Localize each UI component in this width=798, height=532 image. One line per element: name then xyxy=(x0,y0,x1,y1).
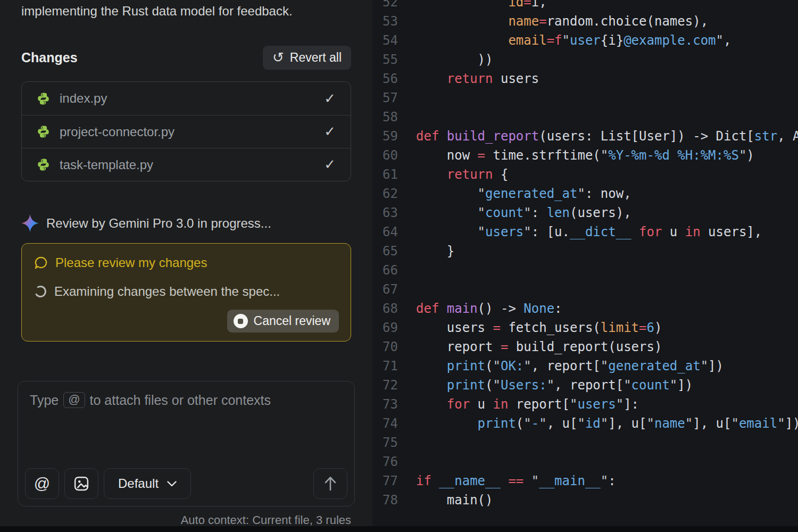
code-line[interactable]: 52 id=i, xyxy=(372,0,798,12)
attach-context-button[interactable]: @ xyxy=(25,468,59,499)
file-row[interactable]: index.py✓ xyxy=(22,82,351,115)
line-number: 77 xyxy=(372,471,398,491)
line-number: 66 xyxy=(372,261,398,280)
code-line[interactable]: 65 } xyxy=(372,242,798,261)
code-line[interactable]: 66 xyxy=(372,261,798,280)
code-text: )) xyxy=(416,50,493,69)
code-line[interactable]: 53 name=random.choice(names), xyxy=(372,12,798,31)
cancel-review-button[interactable]: Cancel review xyxy=(227,310,339,332)
code-line[interactable]: 77if __name__ == "__main__": xyxy=(372,471,798,491)
review-status-row: Review by Gemini Pro 3.0 in progress... xyxy=(21,214,351,232)
code-line[interactable]: 68def main() -> None: xyxy=(372,299,798,318)
send-button[interactable] xyxy=(313,468,347,499)
at-key-chip: @ xyxy=(63,392,85,408)
code-text: "generated_at": now, xyxy=(416,184,631,203)
auto-context-text: Auto context: Current file, 3 rules xyxy=(21,513,351,527)
line-number: 57 xyxy=(372,88,398,107)
image-icon xyxy=(73,476,89,492)
code-text: users = fetch_users(limit=6) xyxy=(416,318,662,337)
code-text: name=random.choice(names), xyxy=(416,12,708,31)
assistant-message-text: implementing the Rust data model for fee… xyxy=(21,0,351,19)
message-composer[interactable]: Type @ to attach files or other contexts… xyxy=(18,381,355,506)
line-number: 71 xyxy=(372,356,398,376)
code-line[interactable]: 69 users = fetch_users(limit=6) xyxy=(372,318,798,337)
gemini-sparkle-icon xyxy=(21,214,39,232)
line-number: 67 xyxy=(372,280,398,299)
code-line[interactable]: 74 print("-", u["id"], u["name"], u["ema… xyxy=(372,414,798,433)
code-line[interactable]: 60 now = time.strftime("%Y-%m-%d %H:%M:%… xyxy=(372,146,798,165)
chevron-down-icon xyxy=(167,481,177,487)
revert-all-button[interactable]: ↺ Revert all xyxy=(263,46,351,70)
code-text: def main() -> None: xyxy=(416,299,562,318)
stop-icon xyxy=(234,314,248,328)
check-icon: ✓ xyxy=(324,90,336,107)
line-number: 73 xyxy=(372,395,398,414)
window-bottom-edge xyxy=(0,526,798,532)
file-row[interactable]: task-template.py✓ xyxy=(22,148,351,181)
line-number: 55 xyxy=(372,50,398,69)
review-progress-text: Examining changes between the spec... xyxy=(54,284,280,299)
code-line[interactable]: 78 main() xyxy=(372,491,798,510)
revert-all-label: Revert all xyxy=(290,51,342,65)
line-number: 69 xyxy=(372,318,398,337)
code-line[interactable]: 72 print("Users:", report["count"]) xyxy=(372,376,798,395)
line-number: 74 xyxy=(372,414,398,433)
line-number: 58 xyxy=(372,107,398,127)
code-line[interactable]: 61 return { xyxy=(372,165,798,184)
code-text: "count": len(users), xyxy=(416,203,631,222)
placeholder-suffix: to attach files or other contexts xyxy=(90,393,271,408)
changes-title: Changes xyxy=(21,50,78,65)
code-text: report = build_report(users) xyxy=(416,337,662,356)
code-editor[interactable]: 52 id=i,53 name=random.choice(names),54 … xyxy=(372,0,798,532)
code-text: return { xyxy=(416,165,508,184)
code-line[interactable]: 71 print("OK:", report["generated_at"]) xyxy=(372,356,798,376)
review-request-text: Please review my changes xyxy=(55,255,207,270)
line-number: 70 xyxy=(372,337,398,356)
composer-toolbar: @ Default xyxy=(25,468,347,499)
review-progress-row: Examining changes between the spec... xyxy=(34,284,339,299)
cancel-review-label: Cancel review xyxy=(254,314,330,328)
code-line[interactable]: 56 return users xyxy=(372,69,798,88)
assistant-panel: implementing the Rust data model for fee… xyxy=(0,0,372,532)
check-icon: ✓ xyxy=(324,156,336,173)
file-name: index.py xyxy=(60,91,107,106)
code-line[interactable]: 64 "users": [u.__dict__ for u in users], xyxy=(372,222,798,242)
code-line[interactable]: 59def build_report(users: List[User]) ->… xyxy=(372,127,798,146)
code-line[interactable]: 58 xyxy=(372,107,798,127)
line-number: 65 xyxy=(372,242,398,261)
code-line[interactable]: 63 "count": len(users), xyxy=(372,203,798,222)
code-line[interactable]: 73 for u in report["users"]: xyxy=(372,395,798,414)
code-text: def build_report(users: List[User]) -> D… xyxy=(416,127,798,146)
python-icon xyxy=(37,92,50,105)
code-text: email=f"user{i}@example.com", xyxy=(416,31,731,50)
code-text: "users": [u.__dict__ for u in users], xyxy=(416,222,762,242)
changes-header: Changes ↺ Revert all xyxy=(21,46,351,70)
at-icon: @ xyxy=(34,475,50,493)
attach-image-button[interactable] xyxy=(64,468,98,499)
code-line[interactable]: 75 xyxy=(372,433,798,452)
composer-placeholder: Type @ to attach files or other contexts xyxy=(30,392,343,408)
line-number: 59 xyxy=(372,127,398,146)
line-number: 68 xyxy=(372,299,398,318)
spinner-icon xyxy=(34,285,47,298)
code-line[interactable]: 57 xyxy=(372,88,798,107)
code-text: return users xyxy=(416,69,539,88)
review-card: Please review my changes Examining chang… xyxy=(21,243,351,342)
code-line[interactable]: 55 )) xyxy=(372,50,798,69)
code-line[interactable]: 70 report = build_report(users) xyxy=(372,337,798,356)
file-name: project-connector.py xyxy=(60,124,174,139)
code-text: print("OK:", report["generated_at"]) xyxy=(416,356,724,376)
line-number: 61 xyxy=(372,165,398,184)
line-number: 52 xyxy=(372,0,398,12)
code-line[interactable]: 67 xyxy=(372,280,798,299)
review-status-text: Review by Gemini Pro 3.0 in progress... xyxy=(46,216,271,231)
model-selector[interactable]: Default xyxy=(104,468,191,499)
code-line[interactable]: 62 "generated_at": now, xyxy=(372,184,798,203)
line-number: 72 xyxy=(372,376,398,395)
code-line[interactable]: 76 xyxy=(372,452,798,471)
code-line[interactable]: 54 email=f"user{i}@example.com", xyxy=(372,31,798,50)
line-number: 60 xyxy=(372,146,398,165)
undo-icon: ↺ xyxy=(272,51,284,64)
line-number: 54 xyxy=(372,31,398,50)
file-row[interactable]: project-connector.py✓ xyxy=(22,115,351,148)
